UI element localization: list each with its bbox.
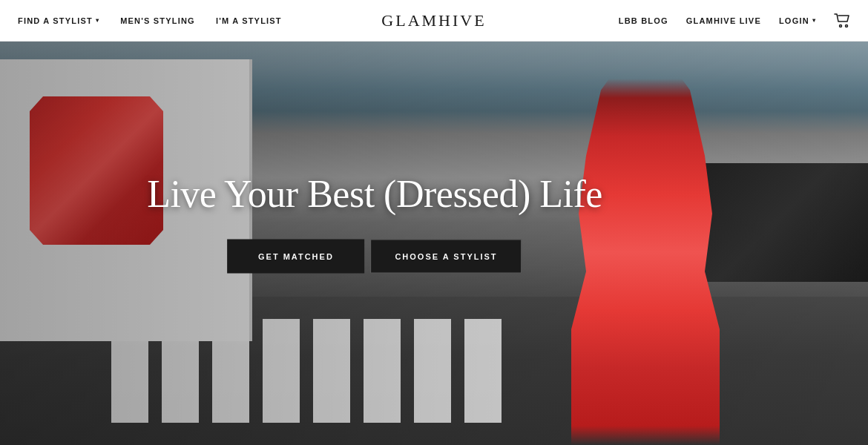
- login-nav[interactable]: LOGIN ▾: [779, 16, 816, 25]
- login-chevron: ▾: [812, 17, 816, 24]
- mens-styling-nav[interactable]: MEN'S STYLING: [120, 16, 195, 25]
- brand-logo[interactable]: GLAMHIVE: [381, 11, 486, 30]
- svg-point-0: [840, 24, 842, 27]
- svg-point-1: [846, 24, 848, 27]
- find-stylist-label: FIND A STYLIST: [18, 16, 93, 25]
- im-stylist-nav[interactable]: I'M A STYLIST: [216, 16, 282, 25]
- navbar-right: LBB BLOG GLAMHIVE LIVE LOGIN ▾: [619, 13, 850, 28]
- cart-button[interactable]: [834, 13, 850, 28]
- cart-icon: [834, 13, 850, 28]
- glamhive-live-nav[interactable]: GLAMHIVE LIVE: [686, 16, 761, 25]
- hero-section: FIND A STYLIST ▾ MEN'S STYLING I'M A STY…: [0, 0, 868, 445]
- navbar-center: GLAMHIVE: [381, 11, 486, 30]
- navbar: FIND A STYLIST ▾ MEN'S STYLING I'M A STY…: [0, 0, 868, 42]
- get-matched-button[interactable]: GET MATCHED: [227, 240, 364, 274]
- hero-buttons: GET MATCHED CHOOSE A STYLIST: [147, 240, 602, 274]
- navbar-left: FIND A STYLIST ▾ MEN'S STYLING I'M A STY…: [18, 16, 282, 25]
- find-stylist-nav[interactable]: FIND A STYLIST ▾: [18, 16, 99, 25]
- find-stylist-chevron: ▾: [96, 17, 99, 24]
- lbb-blog-nav[interactable]: LBB BLOG: [619, 16, 668, 25]
- hero-headline: Live Your Best (Dressed) Life: [147, 172, 602, 216]
- hero-content: Live Your Best (Dressed) Life GET MATCHE…: [147, 172, 602, 274]
- login-label: LOGIN: [779, 16, 809, 25]
- choose-stylist-button[interactable]: CHOOSE A STYLIST: [370, 240, 522, 274]
